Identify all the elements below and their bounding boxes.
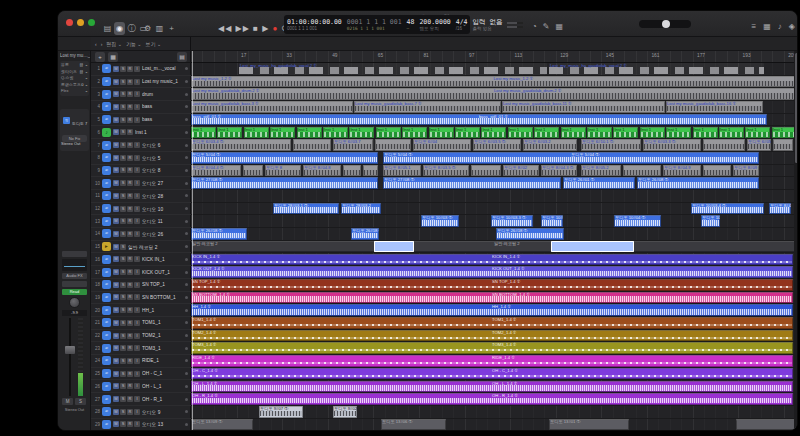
list-editors-icon[interactable]: ≡	[752, 22, 757, 31]
region[interactable]: 오디오 6#03.4 ①	[191, 139, 291, 151]
input-monitor-button[interactable]: I	[134, 409, 140, 415]
automation-mode-button[interactable]: Read	[62, 289, 87, 295]
record-enable-button[interactable]: R	[127, 383, 133, 389]
track-header-16[interactable]: 16≈MSRIKICK IN_1	[91, 254, 191, 267]
flex-button[interactable]: No Fix	[62, 135, 87, 142]
track-header-20[interactable]: 20≈MSRIHH_1	[91, 304, 191, 317]
track-header-25[interactable]: 25≈MSRIOH - C_1	[91, 368, 191, 381]
region[interactable]: Lost my music_gaudiolab_bass.3 ①	[191, 101, 353, 113]
record-enable-button[interactable]: R	[127, 396, 133, 402]
mute-button[interactable]: M	[113, 282, 119, 288]
mute-button[interactable]: M	[113, 193, 119, 199]
solo-button[interactable]: S	[120, 91, 126, 97]
mute-button[interactable]: M	[113, 256, 119, 262]
region[interactable]	[703, 139, 745, 151]
solo-button[interactable]: S	[75, 398, 86, 405]
input-monitor-button[interactable]: I	[134, 358, 140, 364]
track-header-19[interactable]: 19≈MSRISN BOTTOM_1	[91, 292, 191, 305]
input-monitor-button[interactable]: I	[134, 180, 140, 186]
mute-button[interactable]: M	[113, 104, 119, 110]
solo-button[interactable]: S	[120, 307, 126, 313]
input-monitor-button[interactable]: I	[134, 167, 140, 173]
mute-button[interactable]: M	[113, 244, 119, 250]
mute-button[interactable]: M	[62, 398, 73, 405]
region[interactable]: 오디오 9#02	[333, 406, 357, 418]
mute-button[interactable]: M	[113, 307, 119, 313]
record-enable-button[interactable]: R	[127, 66, 133, 72]
solo-button[interactable]: S	[120, 218, 126, 224]
region[interactable]: 오디오 13#09 ①	[191, 419, 253, 431]
setting-button[interactable]	[62, 251, 87, 257]
mute-button[interactable]: M	[113, 206, 119, 212]
region[interactable]: OH - L_1.4 ①OH - L_1.4 ①	[191, 381, 793, 393]
solo-button[interactable]: S	[120, 155, 126, 161]
input-monitor-button[interactable]: I	[134, 117, 140, 123]
solo-button[interactable]: S	[120, 104, 126, 110]
track-header-12[interactable]: 12≈MSRI오디오 10	[91, 203, 191, 216]
record-enable-button[interactable]: R	[127, 333, 133, 339]
region[interactable]: 오디오 6#04	[413, 139, 471, 151]
region[interactable]: 오디오 8#03.5 ①	[423, 165, 469, 177]
region[interactable]: 오디오 10#03.4 ①	[691, 203, 764, 215]
track-header-15[interactable]: 15▸MS일반 레코딩 2	[91, 241, 191, 254]
region[interactable]	[703, 165, 731, 177]
browsers-icon[interactable]: ◈	[789, 22, 795, 31]
track-header-17[interactable]: 17≈MSRIKICK OUT_1	[91, 266, 191, 279]
mute-button[interactable]: M	[113, 358, 119, 364]
mute-button[interactable]: M	[113, 66, 119, 72]
solo-button[interactable]: S	[120, 244, 126, 250]
lcd-position[interactable]: 0001 1 1 1 0010216 1 1 1 001	[347, 16, 402, 33]
region-param-row[interactable]: Flex ⌄	[61, 88, 88, 95]
region[interactable]: 오디오 26#01 ①	[563, 177, 635, 189]
solo-button[interactable]: S	[120, 345, 126, 351]
region[interactable]: OH - C_1.4 ①OH - C_1.4 ①	[191, 368, 793, 380]
region[interactable]: Inst 1	[561, 127, 586, 139]
record-enable-button[interactable]: R	[127, 371, 133, 377]
track-inspector[interactable]: ≈오디오 7 Stereo Out	[60, 109, 89, 151]
mute-button[interactable]: M	[113, 294, 119, 300]
region[interactable]: Lost my music_1.2 ①Lost my music_1.2 ①	[191, 76, 796, 88]
inspector-icon[interactable]: ◉	[114, 22, 125, 35]
region[interactable]: Inst 1	[693, 127, 718, 139]
quick-help-icon[interactable]: ⓘ	[126, 22, 137, 35]
input-monitor-button[interactable]: I	[134, 269, 140, 275]
track-header-18[interactable]: 18≈MSRISN TOP_1	[91, 279, 191, 292]
input-monitor-button[interactable]: I	[134, 307, 140, 313]
region[interactable]: 오디오 8	[265, 165, 301, 177]
mute-button[interactable]: M	[113, 269, 119, 275]
input-monitor-button[interactable]: I	[134, 193, 140, 199]
rewind-button[interactable]: ◀◀	[218, 24, 232, 33]
region[interactable]: 오디오 10#01.2	[701, 215, 720, 227]
region[interactable]: 오디오 10#03.3 ①	[491, 215, 533, 227]
input-monitor-button[interactable]: I	[134, 383, 140, 389]
region[interactable]	[363, 165, 378, 177]
region[interactable]: 오디오 10#03.2	[541, 215, 563, 227]
region[interactable]: TOM3_1.4 ①TOM3_1.4 ①	[191, 342, 793, 354]
region[interactable]: 오디오 9#07 ①	[259, 406, 303, 418]
region[interactable]: 오디오 26#18 ①	[351, 228, 379, 240]
region[interactable]: Inst 1	[323, 127, 348, 139]
region[interactable]: 오디오 26#18 ①	[191, 228, 247, 240]
record-enable-button[interactable]: R	[127, 269, 133, 275]
library-icon[interactable]: ▤	[102, 22, 113, 35]
track-header-27[interactable]: 27≈MSRIOH - R_1	[91, 393, 191, 406]
region[interactable]: 오디오 8#04.9	[663, 165, 701, 177]
audio-fx-slot[interactable]: Audio FX	[62, 273, 87, 279]
mute-button[interactable]: M	[113, 320, 119, 326]
region[interactable]: 오디오 6#03.5 ①	[473, 139, 521, 151]
solo-button[interactable]: S	[120, 383, 126, 389]
region[interactable]: Lost my music_gaudiolab_bass.16 ①	[666, 101, 763, 113]
record-enable-button[interactable]: R	[127, 142, 133, 148]
region[interactable]: 오디오 27#08 ①	[191, 177, 378, 189]
input-monitor-button[interactable]: I	[134, 256, 140, 262]
header-menu-4[interactable]: 보기 ⌄	[146, 41, 162, 47]
region[interactable]: Inst 1	[613, 127, 638, 139]
mute-button[interactable]: M	[113, 117, 119, 123]
input-monitor-button[interactable]: I	[134, 91, 140, 97]
stop-button[interactable]: ■	[253, 24, 259, 33]
region[interactable]: 오디오 10#04 ①	[614, 215, 661, 227]
record-enable-button[interactable]: R	[127, 421, 133, 427]
note-pads-icon[interactable]: ▦	[763, 22, 771, 31]
record-enable-button[interactable]: R	[127, 282, 133, 288]
region[interactable]: 오디오 6#05	[747, 139, 771, 151]
